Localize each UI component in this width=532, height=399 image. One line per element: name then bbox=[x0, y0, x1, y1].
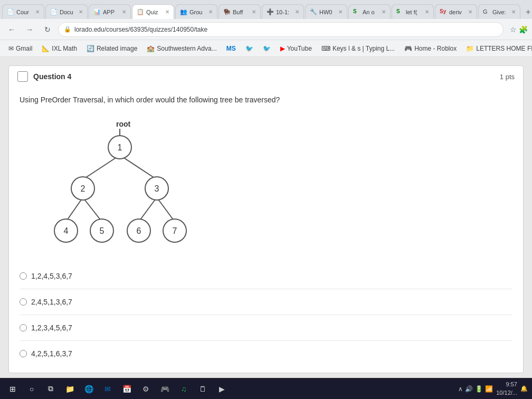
tab-favicon-1015: ➕ bbox=[267, 8, 274, 16]
tab-close-letfo[interactable]: ✕ bbox=[425, 9, 429, 15]
tab-close-grou[interactable]: ✕ bbox=[208, 9, 213, 15]
svg-line-6 bbox=[157, 197, 175, 222]
start-button[interactable]: ⊞ bbox=[4, 381, 21, 397]
choice-text-b: 2,4,5,1,3,6,7 bbox=[31, 298, 72, 306]
radio-b[interactable] bbox=[20, 298, 27, 306]
tab-close-buff[interactable]: ✕ bbox=[252, 9, 256, 15]
tab-close-give[interactable]: ✕ bbox=[511, 9, 516, 15]
svg-line-1 bbox=[83, 155, 120, 179]
forward-button[interactable]: → bbox=[22, 22, 37, 37]
answer-choice-d[interactable]: 4,2,5,1,6,3,7 bbox=[20, 349, 512, 358]
ms-icon: MS bbox=[226, 45, 236, 52]
extra-button2[interactable]: ▶ bbox=[213, 381, 230, 397]
tab-quiz[interactable]: 📋 Quiz ✕ bbox=[132, 4, 174, 19]
bookmark-letters-home[interactable]: 📁 LETTERS HOME FR... bbox=[462, 43, 532, 54]
tab-close-docu[interactable]: ✕ bbox=[79, 9, 83, 15]
tab-favicon-docu: 📄 bbox=[50, 8, 58, 16]
clock-time: 9:57 bbox=[496, 381, 517, 388]
choice-text-c: 1,2,3,4,5,6,7 bbox=[31, 324, 72, 332]
tab-hw0[interactable]: 🔧 HW0 ✕ bbox=[305, 4, 347, 19]
bookmark-gmail[interactable]: ✉ Gmail bbox=[4, 43, 36, 54]
svg-line-2 bbox=[120, 155, 157, 179]
extension-icon[interactable]: 🧩 bbox=[519, 25, 528, 34]
tab-1015[interactable]: ➕ 10-1: ✕ bbox=[262, 4, 304, 19]
tab-app[interactable]: 📊 APP ✕ bbox=[89, 4, 131, 19]
svg-line-5 bbox=[139, 197, 157, 222]
file-explorer-button[interactable]: 📁 bbox=[61, 381, 78, 397]
tab-buff[interactable]: 🦬 Buff ✕ bbox=[218, 4, 261, 19]
tab-cour[interactable]: 📄 Cour ✕ bbox=[2, 4, 44, 19]
keys-typing-icon: ⌨ bbox=[321, 45, 330, 52]
bookmark-twitter2[interactable]: 🐦 bbox=[259, 43, 275, 54]
choice-text-d: 4,2,5,1,6,3,7 bbox=[31, 349, 72, 358]
bookmark-ms[interactable]: MS bbox=[222, 43, 240, 54]
main-content: Question 4 1 pts Using PreOrder Traversa… bbox=[0, 57, 532, 378]
radio-c[interactable] bbox=[20, 324, 27, 331]
tab-close-cour[interactable]: ✕ bbox=[35, 9, 40, 15]
chevron-up-icon[interactable]: ∧ bbox=[458, 385, 463, 393]
tab-close-hw0[interactable]: ✕ bbox=[338, 9, 343, 15]
svg-text:2: 2 bbox=[81, 184, 86, 193]
bookmark-keys-typing[interactable]: ⌨ Keys l & s | Typing L... bbox=[317, 43, 399, 54]
tab-deriv[interactable]: Sy deriv ✕ bbox=[435, 4, 477, 19]
bookmark-home-roblox[interactable]: 🎮 Home - Roblox bbox=[400, 43, 461, 54]
question-4-points: 1 pts bbox=[500, 73, 515, 81]
radio-d[interactable] bbox=[20, 350, 27, 357]
question-4-text: Using PreOrder Traversal, in which order… bbox=[20, 96, 512, 104]
answer-choice-b[interactable]: 2,4,5,1,3,6,7 bbox=[20, 298, 512, 306]
bookmark-southwestern[interactable]: 🏫 Southwestern Adva... bbox=[142, 43, 221, 54]
bookmark-twitter1[interactable]: 🐦 bbox=[241, 43, 258, 54]
address-prefix: 🔒 bbox=[64, 26, 71, 33]
time-display[interactable]: 9:57 10/12/... bbox=[496, 381, 517, 397]
tab-close-app[interactable]: ✕ bbox=[122, 9, 126, 15]
answer-choice-a[interactable]: 1,2,4,5,3,6,7 bbox=[20, 272, 512, 280]
tab-close-1015[interactable]: ✕ bbox=[295, 9, 299, 15]
bookmark-ixl-math[interactable]: 📐 IXL Math bbox=[37, 43, 81, 54]
svg-text:4: 4 bbox=[64, 226, 69, 235]
chrome-button[interactable]: 🌐 bbox=[80, 381, 97, 397]
browser-frame: 📄 Cour ✕ 📄 Docu ✕ 📊 APP ✕ 📋 Quiz ✕ 👥 Gro… bbox=[0, 0, 532, 399]
volume-icon[interactable]: 🔊 bbox=[465, 385, 473, 393]
question-4-header-row: Question 4 1 pts bbox=[9, 66, 523, 87]
mail-button[interactable]: ✉ bbox=[99, 381, 116, 397]
address-box[interactable]: 🔒 lorado.edu/courses/63935/quizzes/14095… bbox=[58, 22, 504, 37]
tree-svg: root 1 bbox=[41, 115, 199, 257]
bookmark-star-icon[interactable]: ☆ bbox=[510, 25, 517, 34]
root-label: root bbox=[116, 120, 131, 128]
refresh-button[interactable]: ↻ bbox=[40, 22, 55, 37]
bookmark-youtube[interactable]: ▶ YouTube bbox=[276, 43, 316, 54]
tab-favicon-buff: 🦬 bbox=[223, 8, 231, 16]
tab-give[interactable]: G Give: ✕ bbox=[478, 4, 520, 19]
tab-favicon-app: 📊 bbox=[93, 8, 101, 16]
answer-choice-c[interactable]: 1,2,3,4,5,6,7 bbox=[20, 324, 512, 332]
wifi-icon[interactable]: 📶 bbox=[485, 385, 493, 393]
battery-icon[interactable]: 🔋 bbox=[475, 385, 483, 393]
address-text: lorado.edu/courses/63935/quizzes/140950/… bbox=[74, 26, 207, 33]
task-view-button[interactable]: ⧉ bbox=[42, 381, 59, 397]
notification-icon[interactable]: 🔔 bbox=[520, 385, 528, 392]
tab-close-deriv[interactable]: ✕ bbox=[468, 9, 472, 15]
tab-close-quiz[interactable]: ✕ bbox=[165, 9, 169, 15]
new-tab-button[interactable]: + bbox=[524, 5, 532, 19]
settings-button[interactable]: ⚙ bbox=[137, 381, 154, 397]
address-icons: ☆ 🧩 bbox=[510, 25, 528, 34]
extra-button1[interactable]: 🗒 bbox=[194, 381, 211, 397]
calendar-button[interactable]: 📅 bbox=[118, 381, 135, 397]
roblox-icon: 🎮 bbox=[404, 45, 412, 52]
back-button[interactable]: ← bbox=[4, 22, 19, 37]
tab-letfo[interactable]: S let f( ✕ bbox=[392, 4, 434, 19]
svg-text:7: 7 bbox=[173, 226, 177, 235]
tab-close-ano[interactable]: ✕ bbox=[382, 9, 386, 15]
tab-favicon-hw0: 🔧 bbox=[310, 8, 317, 16]
radio-a[interactable] bbox=[20, 272, 27, 280]
bookmark-related-image[interactable]: 🔄 Related image bbox=[82, 43, 141, 54]
game-button[interactable]: 🎮 bbox=[156, 381, 173, 397]
question-4-checkbox[interactable] bbox=[17, 71, 28, 82]
tab-ano[interactable]: S An o ✕ bbox=[348, 4, 391, 19]
svg-text:5: 5 bbox=[100, 226, 104, 235]
svg-text:6: 6 bbox=[137, 226, 141, 235]
music-button[interactable]: ♫ bbox=[175, 381, 192, 397]
tab-grou[interactable]: 👥 Grou ✕ bbox=[175, 4, 217, 19]
tab-docu[interactable]: 📄 Docu ✕ bbox=[45, 4, 88, 19]
search-button[interactable]: ○ bbox=[23, 381, 40, 397]
